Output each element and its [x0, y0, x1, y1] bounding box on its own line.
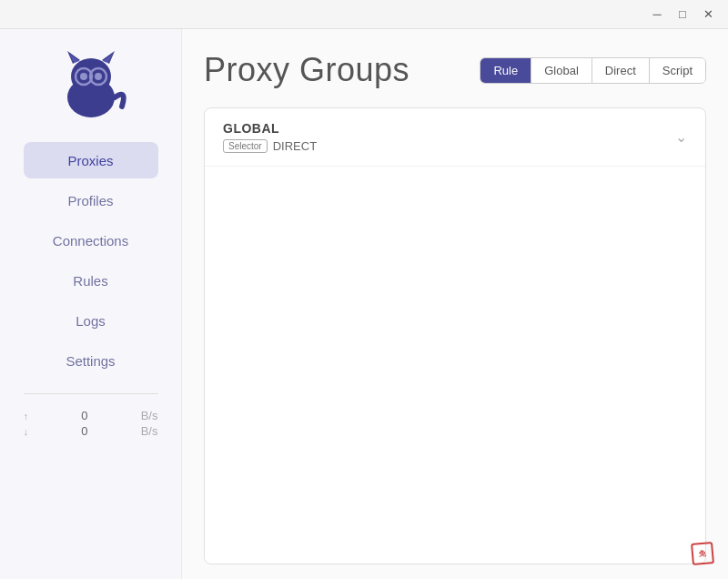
- logo-area: [55, 47, 127, 120]
- sidebar-item-profiles[interactable]: Profiles: [24, 182, 158, 218]
- proxy-item-left: GLOBAL Selector DIRECT: [223, 121, 317, 153]
- maximize-button[interactable]: □: [670, 2, 695, 27]
- tab-direct[interactable]: Direct: [592, 58, 650, 83]
- app-container: Proxies Profiles Connections Rules Logs …: [0, 29, 728, 579]
- sidebar: Proxies Profiles Connections Rules Logs …: [0, 29, 182, 579]
- proxy-meta: Selector DIRECT: [223, 139, 317, 153]
- download-speed-value: 0: [34, 424, 136, 438]
- svg-point-10: [95, 73, 102, 80]
- proxy-group-name: GLOBAL: [223, 121, 317, 136]
- sidebar-item-settings[interactable]: Settings: [24, 342, 158, 379]
- minimize-button[interactable]: ─: [644, 2, 670, 27]
- tab-rule[interactable]: Rule: [480, 58, 531, 83]
- upload-speed-row: ↑ 0 B/s: [24, 409, 158, 422]
- download-arrow-icon: ↓: [24, 426, 29, 437]
- stamp: 免: [691, 542, 714, 565]
- sidebar-item-proxies[interactable]: Proxies: [24, 142, 158, 178]
- tab-script[interactable]: Script: [650, 58, 705, 83]
- sidebar-item-connections[interactable]: Connections: [24, 222, 158, 259]
- proxy-group-item[interactable]: GLOBAL Selector DIRECT ⌄: [205, 108, 705, 167]
- tab-group: Rule Global Direct Script: [480, 57, 706, 84]
- svg-point-9: [80, 73, 87, 80]
- close-button[interactable]: ✕: [695, 2, 721, 27]
- proxy-current-value: DIRECT: [273, 139, 317, 153]
- proxy-list-container: GLOBAL Selector DIRECT ⌄: [204, 107, 706, 564]
- content-header: Proxy Groups Rule Global Direct Script: [204, 51, 706, 89]
- sidebar-item-rules[interactable]: Rules: [24, 262, 158, 299]
- download-speed-row: ↓ 0 B/s: [24, 424, 158, 438]
- selector-badge: Selector: [223, 139, 268, 153]
- sidebar-divider: [24, 393, 158, 394]
- nav-items: Proxies Profiles Connections Rules Logs …: [0, 142, 181, 379]
- speed-area: ↑ 0 B/s ↓ 0 B/s: [24, 409, 158, 438]
- tab-global[interactable]: Global: [531, 58, 592, 83]
- upload-arrow-icon: ↑: [24, 411, 29, 422]
- main-content: Proxy Groups Rule Global Direct Script G…: [182, 29, 728, 579]
- download-speed-unit: B/s: [141, 424, 158, 438]
- upload-speed-unit: B/s: [141, 409, 158, 422]
- page-title: Proxy Groups: [204, 51, 410, 89]
- app-logo: [55, 47, 127, 120]
- sidebar-item-logs[interactable]: Logs: [24, 302, 158, 339]
- chevron-down-icon: ⌄: [675, 128, 687, 146]
- main-wrapper: Proxy Groups Rule Global Direct Script G…: [182, 29, 728, 579]
- upload-speed-value: 0: [34, 409, 136, 422]
- titlebar: ─ □ ✕: [0, 0, 728, 29]
